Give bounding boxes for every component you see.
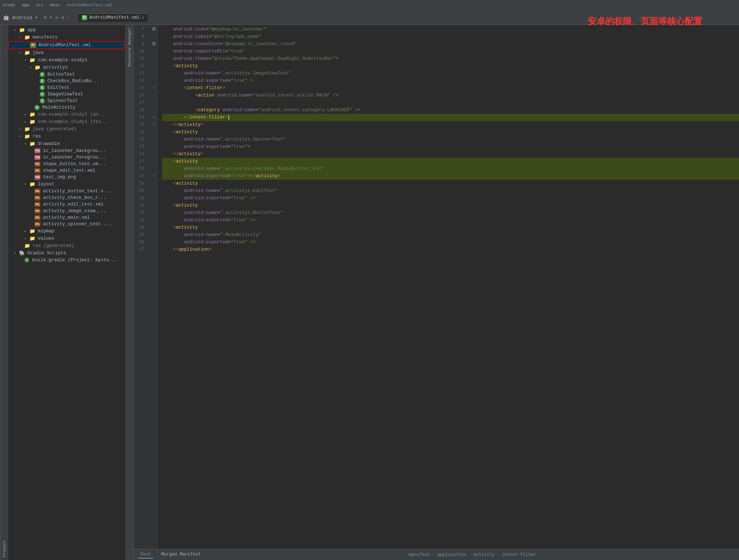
gutter-8 xyxy=(150,33,158,40)
tree-item-values[interactable]: 📁values xyxy=(8,235,125,242)
gutter-37 xyxy=(150,246,158,253)
toolbar-icons: 🤖 Android ▾ ⊕ ≡ ⇌ ⚙ — xyxy=(3,14,70,21)
tree-item-icon-folder: 📁 xyxy=(19,27,25,33)
tree-arrow xyxy=(24,142,28,146)
token-attr-name: android:exported xyxy=(162,172,228,180)
tree-item-build.gradle[interactable]: Gbuild.gradle (Project: mystu... xyxy=(8,257,125,263)
tree-item-MainActivity[interactable]: CMainActivity xyxy=(8,104,125,111)
resource-manager-tab[interactable]: Resource Manager xyxy=(126,25,134,70)
tree-item-CheckBox_RadioBu[interactable]: CCheckBox_RadioBu... xyxy=(8,78,125,84)
tree-item-java[interactable]: 📁java xyxy=(8,49,125,57)
tree-item-activitys[interactable]: 📁activitys xyxy=(8,64,125,71)
tree-item-gradle-scripts[interactable]: 🐘Gradle Scripts xyxy=(8,250,125,257)
tree-item-activity_button_test[interactable]: XMLactivity_button_test.x... xyxy=(8,188,125,194)
token-tag-name: activity xyxy=(176,158,198,165)
tree-item-activity_spinner_test[interactable]: XMLactivity_spinner_test.... xyxy=(8,221,125,228)
tree-item-app[interactable]: 📁app xyxy=(8,26,125,34)
toolbar-icon-list2[interactable]: ⇌ xyxy=(55,15,58,21)
code-line-12: <activity xyxy=(162,62,739,70)
tree-item-mipmap[interactable]: 📁mipmap xyxy=(8,228,125,235)
token-attr-name: android:exported xyxy=(162,239,228,246)
token-bracket: < xyxy=(162,158,176,165)
tree-item-label: activitys xyxy=(43,65,68,70)
tree-item-activity_main[interactable]: XMLactivity_main.xml xyxy=(8,214,125,221)
tree-item-drawable[interactable]: 📁drawable xyxy=(8,140,125,148)
toolbar-icon-globe[interactable]: ⊕ xyxy=(44,15,47,21)
tree-item-layout[interactable]: 📁layout xyxy=(8,181,125,188)
tree-item-manifests[interactable]: 📁manifests xyxy=(8,34,125,41)
token-attr-name: android:name xyxy=(162,187,217,194)
token-tag-name: activity xyxy=(176,180,198,187)
bc-study[interactable]: study xyxy=(3,3,15,7)
gutter-12 xyxy=(150,62,158,70)
tree-item-activity_edit_test[interactable]: XMLactivity_edit_test.xml xyxy=(8,201,125,208)
line-number-13: 13 xyxy=(134,70,147,77)
gutter-21 xyxy=(150,128,158,136)
tree-arrow xyxy=(14,251,18,255)
tree-item-com.example.study1.and[interactable]: 📁com.example.study1 (an... xyxy=(8,111,125,118)
tree-item-shape_edit_test[interactable]: XMLshape_edit_test.xml xyxy=(8,167,125,174)
tree-item-com.example.study1[interactable]: 📁com.example.study1 xyxy=(8,57,125,64)
line-number-21: 21 xyxy=(134,128,147,136)
token-attr-value: ".activitys.SpinnerTest" xyxy=(220,136,286,143)
status-tab-merged[interactable]: Merged Manifest xyxy=(159,551,203,559)
tree-item-EditTest[interactable]: CEditTest xyxy=(8,84,125,91)
tree-item-res[interactable]: 📁res xyxy=(8,133,125,140)
tree-item-shape_button_test[interactable]: XMLshape_button_test.xm... xyxy=(8,161,125,167)
tree-item-ic_launcher_fg[interactable]: PNGic_launcher_foregrou... xyxy=(8,154,125,161)
tree-item-activity_image_view[interactable]: XMLactivity_image_view_... xyxy=(8,208,125,214)
tree-item-label: com.example.study1 (an... xyxy=(38,112,107,117)
line-number-27: 27 xyxy=(134,172,147,180)
tree-item-ic_launcher_bg[interactable]: PNGic_launcher_backgrou... xyxy=(8,148,125,154)
token-attr-equals: = xyxy=(228,194,231,202)
tree-item-label: java xyxy=(33,50,44,55)
tree-item-ButtonTest[interactable]: CButtonTest xyxy=(8,71,125,78)
token-tag-name: activity xyxy=(179,121,201,128)
toolbar-icon-settings[interactable]: ⚙ xyxy=(61,15,64,21)
status-tab-text[interactable]: Text xyxy=(138,551,153,559)
token-bracket: > xyxy=(209,246,212,253)
tree-item-label: Gradle Scripts xyxy=(28,251,66,256)
token-attr-equals: = xyxy=(228,172,231,180)
toolbar-dropdown[interactable]: Android ▾ xyxy=(12,15,38,21)
tree-item-test_img[interactable]: PNGtest_img.png xyxy=(8,174,125,181)
token-attr-value: ".activitys.ButtonTest" xyxy=(220,209,284,217)
toolbar-icon-list[interactable]: ≡ xyxy=(50,15,53,20)
token-attr-value: ".activitys.EditTest" xyxy=(220,187,278,194)
tab-bar: 🤖 Android ▾ ⊕ ≡ ⇌ ⚙ — MF AndroidManifest… xyxy=(0,10,739,25)
token-attr-value: "android.intent.action.MAIN" xyxy=(253,92,330,99)
tab-close-button[interactable]: ✕ xyxy=(142,15,144,20)
line-number-17: 17 xyxy=(134,99,147,106)
code-editor[interactable]: android:icon="@mipmap/ic_launcher" andro… xyxy=(158,25,739,549)
line-number-28: 28 xyxy=(134,180,147,187)
token-attr-name: android:supportsRtl xyxy=(162,48,226,55)
tree-item-activity_check_box_r[interactable]: XMLactivity_check_box_r... xyxy=(8,194,125,201)
tree-item-icon-folder: 📁 xyxy=(29,236,35,241)
tree-item-ImageViewTest[interactable]: CImageViewTest xyxy=(8,91,125,98)
status-tabs: Text Merged Manifest xyxy=(138,551,203,559)
bc-app[interactable]: app xyxy=(22,3,29,7)
tree-item-label: shape_button_test.xm... xyxy=(43,161,107,167)
project-panel-tab[interactable]: Project xyxy=(0,25,8,560)
tree-item-icon-xml: XML xyxy=(35,208,40,214)
code-line-13: android:name=".activitys.ImageViewTest" xyxy=(162,70,739,77)
tree-item-label: java (generated) xyxy=(33,127,77,132)
main-area: Project 📁app📁manifestsMFAndroidManifest.… xyxy=(0,25,739,560)
gutter-23 xyxy=(150,143,158,150)
file-tree: 📁app📁manifestsMFAndroidManifest.xml📁java… xyxy=(8,25,125,560)
tree-item-androidmanifest[interactable]: MFAndroidManifest.xml xyxy=(8,41,125,49)
tree-item-res-generated[interactable]: 📁res (generated) xyxy=(8,242,125,250)
toolbar-icon-minus[interactable]: — xyxy=(67,15,70,20)
bc-src[interactable]: src xyxy=(36,3,43,7)
token-attr-value: "true" xyxy=(231,239,248,246)
bc-main[interactable]: main xyxy=(50,3,60,7)
tree-item-SpinnerTest[interactable]: CSpinnerTest xyxy=(8,98,125,104)
tree-item-com.example.study1.tes[interactable]: 📁com.example.study1 (tes... xyxy=(8,118,125,126)
tree-arrow xyxy=(19,51,23,55)
tab-androidmanifest[interactable]: MF AndroidManifest.xml ✕ xyxy=(77,13,149,22)
token-bracket: < xyxy=(162,84,187,92)
line-number-31: 31 xyxy=(134,202,147,209)
tree-item-java-generated[interactable]: 📁java (generated) xyxy=(8,126,125,133)
bc-file[interactable]: AndroidManifest.xml xyxy=(66,3,112,7)
token-bracket: /> xyxy=(248,194,256,202)
